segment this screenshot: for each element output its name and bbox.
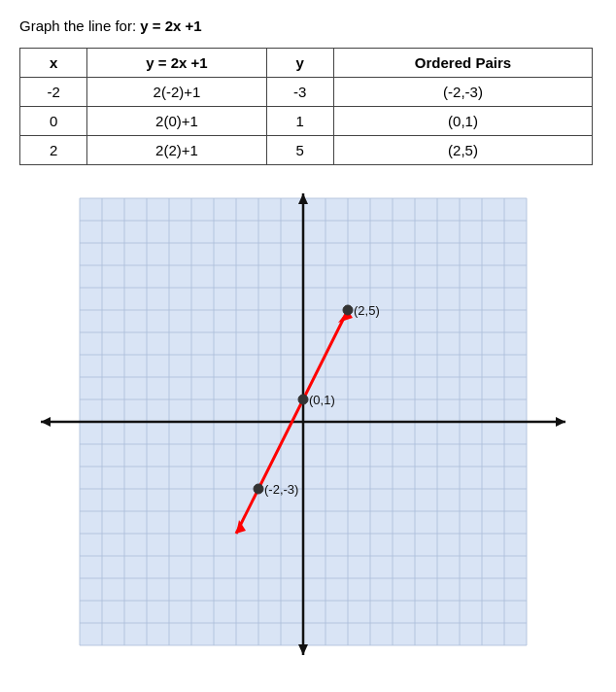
table-row: -22(-2)+1-3(-2,-3) xyxy=(20,78,593,107)
cell-expr: 2(0)+1 xyxy=(87,107,266,136)
svg-marker-48 xyxy=(298,644,308,655)
cell-expr: 2(-2)+1 xyxy=(87,78,266,107)
cell-x: 0 xyxy=(20,107,87,136)
svg-point-53 xyxy=(298,395,308,404)
svg-text:(2,5): (2,5) xyxy=(354,303,380,318)
cell-y: -3 xyxy=(266,78,333,107)
cell-x: -2 xyxy=(20,78,87,107)
instruction-text: Graph the line for: y = 2x +1 xyxy=(19,17,597,34)
col-header-pairs: Ordered Pairs xyxy=(333,49,592,78)
cell-y: 1 xyxy=(266,107,333,136)
instruction-prefix: Graph the line for: xyxy=(19,17,140,34)
table-row: 02(0)+11(0,1) xyxy=(20,107,593,136)
svg-text:(-2,-3): (-2,-3) xyxy=(264,482,298,497)
equation-label: y = 2x +1 xyxy=(140,17,201,34)
svg-text:(0,1): (0,1) xyxy=(309,393,335,407)
col-header-y: y xyxy=(266,49,333,78)
graph-svg: (2,5) (0,1) (-2,-3) xyxy=(21,189,595,665)
col-header-expr: y = 2x +1 xyxy=(87,49,266,78)
svg-marker-45 xyxy=(556,417,565,427)
col-header-x: x xyxy=(20,49,87,78)
svg-point-52 xyxy=(343,305,353,315)
svg-point-54 xyxy=(254,484,263,494)
cell-expr: 2(2)+1 xyxy=(87,136,266,165)
values-table: x y = 2x +1 y Ordered Pairs -22(-2)+1-3(… xyxy=(19,48,593,165)
graph-container: (2,5) (0,1) (-2,-3) xyxy=(21,189,595,665)
cell-y: 5 xyxy=(266,136,333,165)
cell-pair: (0,1) xyxy=(333,107,592,136)
cell-x: 2 xyxy=(20,136,87,165)
cell-pair: (-2,-3) xyxy=(333,78,592,107)
table-row: 22(2)+15(2,5) xyxy=(20,136,593,165)
cell-pair: (2,5) xyxy=(333,136,592,165)
svg-marker-44 xyxy=(41,417,51,427)
